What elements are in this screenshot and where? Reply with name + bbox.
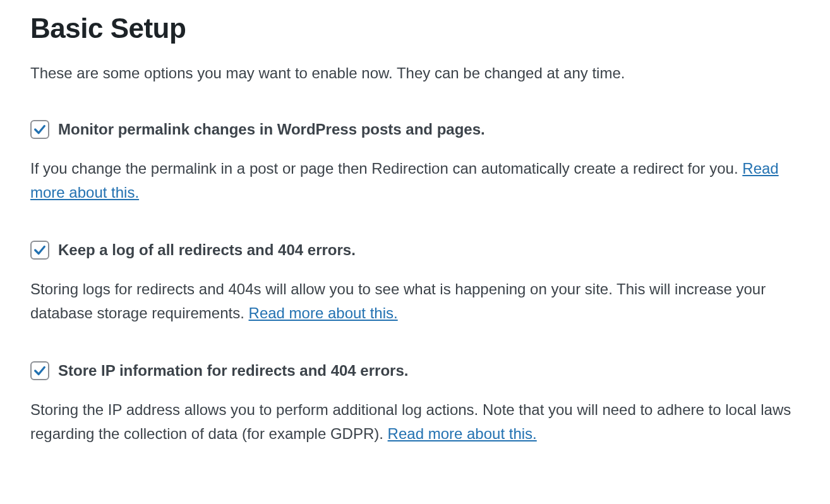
option-label: Keep a log of all redirects and 404 erro… — [58, 241, 356, 259]
checkbox-keep-log[interactable] — [30, 241, 49, 260]
option-desc-text: Storing logs for redirects and 404s will… — [30, 280, 766, 321]
read-more-link[interactable]: Read more about this. — [388, 425, 537, 442]
option-monitor-permalinks: Monitor permalink changes in WordPress p… — [30, 120, 800, 205]
option-keep-log: Keep a log of all redirects and 404 erro… — [30, 241, 800, 326]
option-label: Store IP information for redirects and 4… — [58, 362, 408, 380]
option-header: Store IP information for redirects and 4… — [30, 361, 800, 380]
checkbox-store-ip[interactable] — [30, 361, 49, 380]
option-description: If you change the permalink in a post or… — [30, 157, 800, 205]
option-desc-text: If you change the permalink in a post or… — [30, 160, 742, 177]
intro-text: These are some options you may want to e… — [30, 62, 800, 85]
option-store-ip: Store IP information for redirects and 4… — [30, 361, 800, 447]
read-more-link[interactable]: Read more about this. — [249, 304, 398, 321]
option-description: Storing logs for redirects and 404s will… — [30, 277, 800, 326]
check-icon — [33, 123, 47, 136]
option-header: Monitor permalink changes in WordPress p… — [30, 120, 800, 139]
check-icon — [33, 243, 47, 257]
page-title: Basic Setup — [30, 13, 800, 44]
option-label: Monitor permalink changes in WordPress p… — [58, 121, 485, 138]
check-icon — [33, 364, 47, 378]
checkbox-monitor-permalinks[interactable] — [30, 120, 49, 139]
option-description: Storing the IP address allows you to per… — [30, 398, 800, 447]
option-header: Keep a log of all redirects and 404 erro… — [30, 241, 800, 260]
